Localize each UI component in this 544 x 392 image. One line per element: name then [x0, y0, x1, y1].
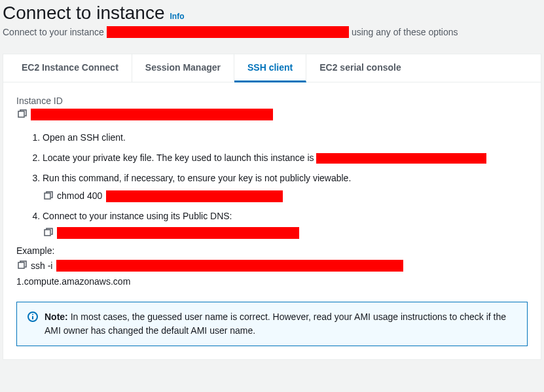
- redacted-keyfile: [316, 153, 486, 164]
- svg-rect-0: [18, 111, 24, 117]
- redacted-chmod-file: [106, 190, 283, 202]
- step-2: Locate your private key file. The key us…: [43, 151, 528, 165]
- svg-rect-3: [18, 262, 24, 268]
- copy-icon[interactable]: [16, 260, 27, 271]
- svg-rect-2: [45, 230, 50, 236]
- tab-ssh-client[interactable]: SSH client: [234, 54, 306, 82]
- svg-rect-6: [32, 316, 33, 319]
- connect-panel: EC2 Instance Connect Session Manager SSH…: [3, 54, 541, 360]
- page-title: Connect to instance: [3, 3, 165, 24]
- example-label: Example:: [16, 245, 528, 256]
- info-icon: [27, 312, 38, 322]
- note-text: In most cases, the guessed user name is …: [45, 312, 506, 336]
- copy-icon[interactable]: [43, 191, 53, 202]
- step-1: Open an SSH client.: [43, 131, 528, 145]
- copy-icon[interactable]: [16, 109, 27, 120]
- subtitle-suffix: using any of these options: [352, 27, 458, 37]
- subtitle-prefix: Connect to your instance: [3, 27, 104, 37]
- note-label: Note:: [45, 312, 68, 322]
- ssh-command-suffix: 1.compute.amazonaws.com: [16, 274, 528, 289]
- redacted-ssh-args: [56, 260, 403, 272]
- tab-ec2-instance-connect[interactable]: EC2 Instance Connect: [9, 54, 132, 82]
- tab-ec2-serial-console[interactable]: EC2 serial console: [306, 54, 414, 82]
- instance-id-label: Instance ID: [16, 96, 528, 106]
- info-link[interactable]: Info: [170, 12, 185, 21]
- redacted-instance-id: [31, 109, 273, 120]
- tab-session-manager[interactable]: Session Manager: [132, 54, 234, 82]
- chmod-command: chmod 400: [57, 189, 102, 203]
- copy-icon[interactable]: [43, 228, 53, 238]
- svg-rect-1: [45, 193, 50, 199]
- ssh-command-prefix: ssh -i: [31, 260, 52, 271]
- step-4: Connect to your instance using its Publi…: [43, 209, 528, 239]
- note-box: Note: In most cases, the guessed user na…: [16, 302, 528, 346]
- redacted-public-dns: [57, 227, 299, 239]
- svg-point-5: [32, 314, 33, 315]
- step-3: Run this command, if necessary, to ensur…: [43, 171, 528, 203]
- tabs: EC2 Instance Connect Session Manager SSH…: [3, 54, 541, 82]
- redacted-instance-name: [107, 26, 349, 38]
